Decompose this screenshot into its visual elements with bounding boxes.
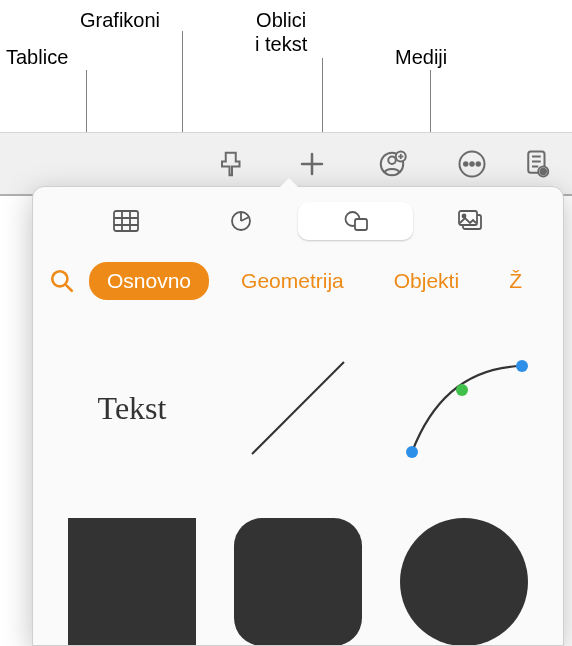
- line-icon: [243, 353, 353, 463]
- svg-rect-17: [114, 211, 138, 231]
- svg-rect-26: [459, 211, 477, 225]
- text-shape-label: Tekst: [98, 390, 167, 427]
- svg-point-3: [388, 156, 396, 164]
- svg-point-10: [477, 162, 481, 166]
- callouts-area: Tablice Grafikoni Oblici i tekst Mediji: [0, 0, 572, 132]
- svg-rect-24: [355, 219, 367, 230]
- tab-charts[interactable]: [183, 202, 298, 240]
- category-osnovno[interactable]: Osnovno: [89, 262, 209, 300]
- document-view-button[interactable]: [512, 134, 562, 194]
- svg-point-32: [456, 384, 468, 396]
- svg-point-8: [464, 162, 468, 166]
- tab-tables[interactable]: [68, 202, 183, 240]
- svg-line-29: [66, 285, 71, 290]
- shape-rounded-square[interactable]: [227, 507, 369, 646]
- shape-text[interactable]: Tekst: [61, 333, 203, 483]
- svg-point-28: [52, 271, 67, 286]
- popover-tabbar: [33, 197, 563, 245]
- svg-point-31: [516, 360, 528, 372]
- shape-circle[interactable]: [393, 507, 535, 646]
- callout-oblici: Oblici i tekst: [255, 8, 307, 56]
- collaborate-button[interactable]: [352, 134, 432, 194]
- format-brush-button[interactable]: [192, 134, 272, 194]
- callout-tablice: Tablice: [6, 45, 68, 69]
- category-geometrija[interactable]: Geometrija: [223, 262, 362, 300]
- shape-curve[interactable]: [393, 333, 535, 483]
- shapes-grid: Tekst: [33, 305, 563, 646]
- svg-point-16: [541, 168, 547, 174]
- callout-grafikoni: Grafikoni: [80, 8, 160, 32]
- more-button[interactable]: [432, 134, 512, 194]
- insert-popover: Osnovno Geometrija Objekti Ž Tekst: [32, 186, 564, 646]
- callout-mediji: Mediji: [395, 45, 447, 69]
- category-objekti[interactable]: Objekti: [376, 262, 477, 300]
- shape-square[interactable]: [61, 507, 203, 646]
- category-z[interactable]: Ž: [491, 262, 522, 300]
- category-row: Osnovno Geometrija Objekti Ž: [33, 257, 563, 305]
- svg-point-9: [470, 162, 474, 166]
- shape-line[interactable]: [227, 333, 369, 483]
- tab-shapes[interactable]: [298, 202, 413, 240]
- tab-media[interactable]: [413, 202, 528, 240]
- rounded-square-icon: [234, 518, 362, 646]
- search-icon[interactable]: [49, 268, 75, 294]
- svg-point-30: [406, 446, 418, 458]
- curve-icon: [394, 348, 534, 468]
- circle-icon: [400, 518, 528, 646]
- square-icon: [68, 518, 196, 646]
